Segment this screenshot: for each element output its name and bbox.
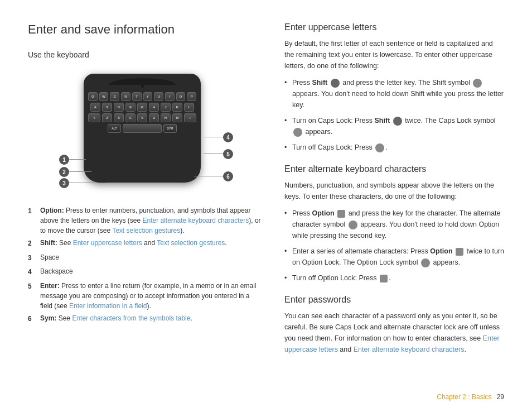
legend-num-3: 3 xyxy=(28,252,37,265)
chapter-label: Chapter 2 : Basics xyxy=(437,393,491,401)
uppercase-intro: By default, the first letter of each sen… xyxy=(284,38,504,71)
uppercase-section: Enter uppercase letters By default, the … xyxy=(284,22,504,153)
passwords-title: Enter passwords xyxy=(284,295,504,305)
legend-num-4: 4 xyxy=(28,266,37,279)
capslock-icon xyxy=(293,128,302,137)
legend-text-2: Shift: See Enter uppercase letters and T… xyxy=(40,238,227,248)
shift-symbol-icon xyxy=(473,79,482,88)
alternate-title: Enter alternate keyboard characters xyxy=(284,164,504,174)
callout-1: 1 xyxy=(59,155,69,165)
passwords-text: You can see each character of a password… xyxy=(284,310,504,355)
alternate-intro: Numbers, punctuation, and symbols appear… xyxy=(284,180,504,202)
passwords-section: Enter passwords You can see each charact… xyxy=(284,295,504,355)
uppercase-title: Enter uppercase letters xyxy=(284,22,504,32)
option-lock-icon xyxy=(421,258,430,267)
callout-3: 3 xyxy=(59,178,69,188)
shift-icon-2 xyxy=(393,117,402,126)
legend-item-4: 4 Backspace xyxy=(28,266,262,279)
legend-num-1: 1 xyxy=(28,205,37,218)
alternate-bullet-1: Press Option and press the key for the c… xyxy=(284,208,504,241)
callout-6: 6 xyxy=(223,171,233,181)
shift-icon-1 xyxy=(331,79,340,88)
link-enter-field[interactable]: Enter information in a field xyxy=(69,302,147,310)
alternate-bullets: Press Option and press the key for the c… xyxy=(284,208,504,284)
legend-text-3: Space xyxy=(40,252,59,262)
alternate-bullet-3: Turn off Option Lock: Press . xyxy=(284,272,504,284)
legend-item-2: 2 Shift: See Enter uppercase letters and… xyxy=(28,238,262,250)
legend-num-2: 2 xyxy=(28,238,37,250)
page-number: 29 xyxy=(497,393,504,401)
callout-5: 5 xyxy=(223,149,233,159)
legend-item-1: 1 Option: Press to enter numbers, punctu… xyxy=(28,205,262,236)
link-text-selection-1[interactable]: Text selection gestures xyxy=(112,227,180,234)
option-icon-1 xyxy=(337,210,345,218)
link-alternate-chars-1[interactable]: Enter alternate keyboard characters xyxy=(142,217,249,224)
legend-item-5: 5 Enter: Press to enter a line return (f… xyxy=(28,281,262,311)
option-icon-2 xyxy=(456,248,463,256)
legend-num-5: 5 xyxy=(28,281,37,293)
right-column: Enter uppercase letters By default, the … xyxy=(284,22,504,366)
legend-text-1: Option: Press to enter numbers, punctuat… xyxy=(40,205,262,236)
uppercase-bullet-3: Turn off Caps Lock: Press . xyxy=(284,142,504,153)
legend-text-4: Backspace xyxy=(40,266,73,276)
legend-text-5: Enter: Press to enter a line return (for… xyxy=(40,281,262,311)
link-symbols-table[interactable]: Enter characters from the symbols table xyxy=(72,314,190,322)
legend-item-6: 6 Sym: See Enter characters from the sym… xyxy=(28,313,262,325)
link-text-selection-2[interactable]: Text selection gestures xyxy=(157,239,225,247)
uppercase-bullet-2: Turn on Caps Lock: Press Shift twice. Th… xyxy=(284,115,504,137)
legend-num-6: 6 xyxy=(28,313,37,325)
left-column: Enter and save information Use the keybo… xyxy=(28,22,262,366)
legend-text-6: Sym: See Enter characters from the symbo… xyxy=(40,313,192,323)
alt-char-icon xyxy=(349,221,357,229)
callout-2: 2 xyxy=(59,167,69,177)
legend-item-3: 3 Space xyxy=(28,252,262,265)
alternate-bullet-2: Enter a series of alternate characters: … xyxy=(284,246,504,268)
link-alternate-chars-2[interactable]: Enter alternate keyboard characters xyxy=(354,346,465,353)
capslock-off-icon xyxy=(375,143,384,152)
uppercase-bullet-1: Press Shift and press the letter key. Th… xyxy=(284,77,504,111)
link-uppercase-1[interactable]: Enter uppercase letters xyxy=(73,239,142,247)
alternate-section: Enter alternate keyboard characters Numb… xyxy=(284,164,504,284)
page-title: Enter and save information xyxy=(28,22,262,37)
keyboard-legend: 1 Option: Press to enter numbers, punctu… xyxy=(28,205,262,325)
callout-4: 4 xyxy=(223,132,233,142)
uppercase-bullets: Press Shift and press the letter key. Th… xyxy=(284,77,504,153)
keyboard-section-title: Use the keyboard xyxy=(28,50,262,59)
keyboard-illustration: QWERTYUIOP ASDFGHJKL ⇧ ZXCVBNM ↵ xyxy=(56,68,234,197)
footer: Chapter 2 : Basics 29 xyxy=(437,393,504,401)
option-lock-off-icon xyxy=(380,275,388,282)
